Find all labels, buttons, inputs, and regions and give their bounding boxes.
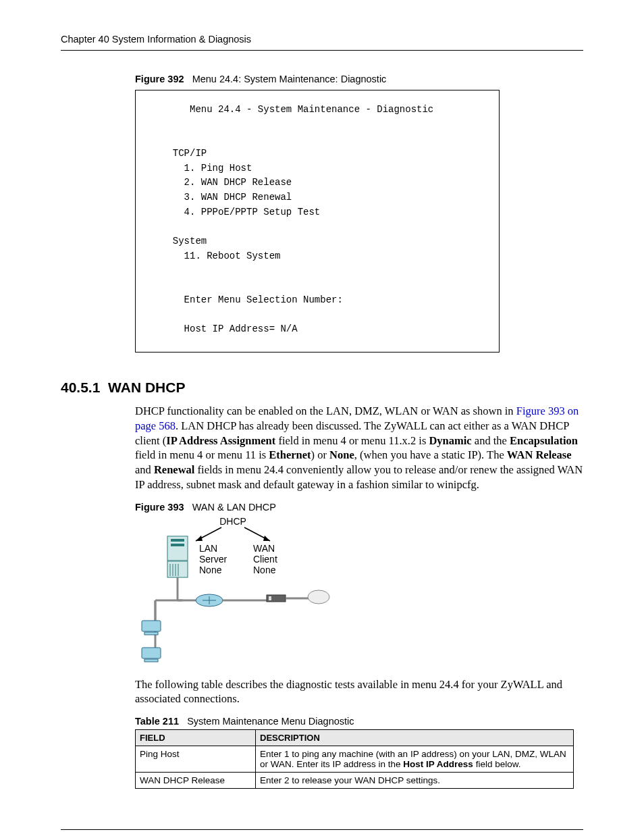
svg-marker-3 [263,536,270,541]
svg-rect-32 [144,632,158,635]
svg-text:Client: Client [253,554,277,565]
svg-text:Server: Server [199,554,227,565]
modem-icon [267,595,286,602]
figure-392-caption: Figure 392 Menu 24.4: System Maintenance… [135,74,583,84]
dhcp-diagram: DHCP LAN Server None WAN Client None [135,513,583,671]
figure-393-caption: Figure 393 WAN & LAN DHCP [135,502,583,513]
svg-text:WAN: WAN [253,543,275,554]
table-row: WAN DHCP Release Enter 2 to release your… [136,773,574,789]
svg-rect-28 [269,596,271,600]
svg-rect-31 [142,621,161,631]
col-field: FIELD [136,730,256,746]
workstation-icon [142,621,161,635]
svg-point-30 [308,590,329,604]
diagnostic-table: FIELD DESCRIPTION Ping Host Enter 1 to p… [135,729,574,789]
cloud-icon [308,590,329,604]
tower-pc-icon [167,536,188,577]
running-header: Chapter 40 System Information & Diagnosi… [61,34,583,51]
router-icon [196,594,223,606]
table-row: Ping Host Enter 1 to ping any machine (w… [136,746,574,773]
svg-rect-12 [171,544,184,546]
section-paragraph-2: The following table describes the diagno… [135,677,583,707]
workstation-icon [142,648,161,662]
svg-rect-11 [171,539,184,542]
figure-title: Menu 24.4: System Maintenance: Diagnosti… [192,74,387,84]
section-heading: 40.5.1 WAN DHCP [61,380,583,396]
page-footer: 568 ZyWALL 2 Plus User's Guide [61,829,583,834]
svg-rect-34 [144,659,158,662]
svg-rect-33 [142,648,161,658]
svg-text:None: None [199,565,222,575]
svg-text:None: None [253,565,276,575]
col-description: DESCRIPTION [256,730,574,746]
dhcp-label: DHCP [219,516,246,527]
svg-text:LAN: LAN [199,543,217,554]
figure-label: Figure 392 [135,74,184,84]
svg-marker-1 [196,536,203,541]
section-paragraph-1: DHCP functionality can be enabled on the… [135,404,583,492]
console-output: Menu 24.4 - System Maintenance - Diagnos… [135,90,500,353]
table-211-caption: Table 211 System Maintenance Menu Diagno… [135,716,583,727]
